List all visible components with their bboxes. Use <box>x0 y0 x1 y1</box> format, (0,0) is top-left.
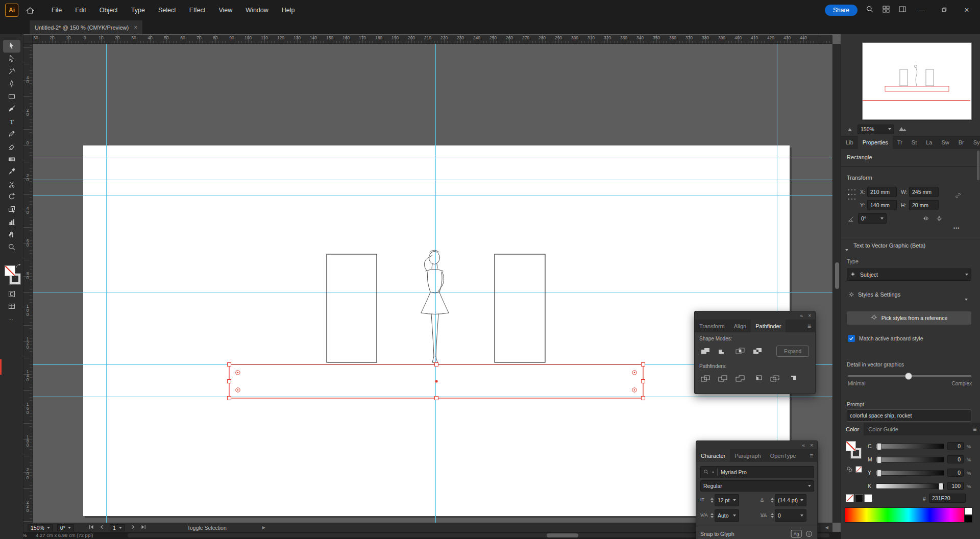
w-input[interactable]: 245 mm <box>909 187 939 197</box>
status-collapse-icon[interactable]: ◀ <box>825 525 828 530</box>
close-icon[interactable]: × <box>808 313 811 318</box>
h-input[interactable]: 20 mm <box>909 200 939 210</box>
channel-value-input[interactable]: 100 <box>947 482 964 490</box>
menu-object[interactable]: Object <box>93 0 125 20</box>
tab-opentype[interactable]: OpenType <box>766 449 801 462</box>
swatch-none[interactable] <box>846 494 854 502</box>
pen-tool[interactable] <box>3 78 20 90</box>
first-artboard-button[interactable] <box>88 524 94 531</box>
channel-value-input[interactable]: 0 <box>947 442 964 450</box>
menu-help[interactable]: Help <box>275 0 302 20</box>
zoom-out-icon[interactable] <box>847 125 853 134</box>
close-icon[interactable]: × <box>810 443 813 448</box>
outline-icon[interactable] <box>768 373 782 384</box>
tab-transform[interactable]: Transform <box>695 320 729 332</box>
collapse-icon[interactable]: « <box>800 313 803 318</box>
tab-properties[interactable]: Properties <box>858 136 893 149</box>
navigator-thumbnail[interactable] <box>862 42 972 120</box>
tab-tr[interactable]: Tr <box>893 136 907 149</box>
color-mode-icon[interactable] <box>846 465 853 475</box>
horizontal-ruler[interactable]: 3020100102030405060708090100110120130140… <box>23 35 832 44</box>
channel-slider-thumb[interactable] <box>877 470 881 477</box>
selection-tool[interactable] <box>3 40 20 53</box>
exclude-icon[interactable] <box>750 345 765 356</box>
menu-type[interactable]: Type <box>125 0 152 20</box>
artboard-grid-icon[interactable] <box>8 302 16 312</box>
eraser-tool[interactable] <box>3 140 20 153</box>
swatch-white[interactable] <box>864 494 872 502</box>
collapse-icon[interactable]: « <box>802 443 805 448</box>
eyedropper-tool[interactable] <box>3 165 20 178</box>
status-expand-icon[interactable]: ▶ <box>262 525 265 530</box>
panel-menu-icon[interactable]: ≡ <box>969 423 980 435</box>
vertical-ruler[interactable]: 4020020406080100120140160180200220 <box>23 44 33 523</box>
direct-selection-tool[interactable] <box>3 53 20 65</box>
panel-menu-icon[interactable]: ≡ <box>803 320 815 332</box>
channel-slider-thumb[interactable] <box>877 456 881 463</box>
tab-color[interactable]: Color <box>841 423 864 435</box>
menu-window[interactable]: Window <box>239 0 275 20</box>
match-artboard-checkbox[interactable] <box>848 335 855 342</box>
navigator-zoom-select[interactable]: 150% <box>857 125 894 134</box>
edit-toolbar-icon[interactable]: … <box>8 315 14 321</box>
tab-la[interactable]: La <box>921 136 937 149</box>
channel-slider[interactable] <box>876 457 944 462</box>
channel-slider[interactable] <box>876 483 944 489</box>
channel-slider-thumb[interactable] <box>939 483 943 490</box>
prompt-input[interactable]: colorful space ship, rocket <box>847 409 971 422</box>
channel-value-input[interactable]: 0 <box>947 469 964 477</box>
minus-back-icon[interactable] <box>785 373 799 384</box>
channel-slider[interactable] <box>876 470 944 476</box>
channel-slider-thumb[interactable] <box>877 443 881 450</box>
center-anchor[interactable] <box>435 380 437 382</box>
paintbrush-tool[interactable] <box>3 103 20 115</box>
vertical-scrollbar[interactable] <box>832 44 841 523</box>
artboard-number-select[interactable]: 1 <box>110 524 125 531</box>
restore-icon[interactable] <box>937 6 951 14</box>
ruler-origin-corner[interactable] <box>23 35 33 44</box>
zoom-tool[interactable] <box>3 241 20 254</box>
t2v-type-select[interactable]: Subject <box>847 268 971 281</box>
shape-builder-tool[interactable] <box>3 203 20 216</box>
tab-st[interactable]: St <box>907 136 921 149</box>
section-expand-icon[interactable] <box>845 249 848 251</box>
x-input[interactable]: 210 mm <box>867 187 897 197</box>
menu-select[interactable]: Select <box>152 0 183 20</box>
menu-edit[interactable]: Edit <box>68 0 93 20</box>
intersect-icon[interactable] <box>733 345 747 356</box>
constrain-proportions-icon[interactable] <box>954 192 962 201</box>
hand-tool[interactable] <box>3 228 20 241</box>
type-tool[interactable]: T <box>3 115 20 128</box>
chevron-down-icon[interactable] <box>965 299 968 301</box>
tab-paragraph[interactable]: Paragraph <box>730 449 765 462</box>
spectrum-white-swatch[interactable] <box>964 507 972 515</box>
tab-sw[interactable]: Sw <box>937 136 953 149</box>
divide-icon[interactable] <box>698 373 713 384</box>
drawing-modes-icon[interactable] <box>8 290 16 300</box>
home-icon[interactable] <box>26 6 35 15</box>
panel-menu-icon[interactable]: ≡ <box>805 449 817 462</box>
pick-styles-button[interactable]: Pick styles from a reference <box>847 311 971 325</box>
next-artboard-button[interactable] <box>130 524 136 531</box>
font-family-select[interactable]: Myriad Pro <box>700 466 814 478</box>
trim-icon[interactable] <box>716 373 730 384</box>
document-tab[interactable]: Untitled-2* @ 150 % (CMYK/Preview) × <box>30 20 142 34</box>
rotation-select[interactable]: 0° <box>57 524 74 531</box>
more-options-icon[interactable]: ••• <box>953 226 960 231</box>
minus-front-icon[interactable] <box>716 345 730 356</box>
tab-character[interactable]: Character <box>696 449 730 462</box>
merge-icon[interactable] <box>733 373 747 384</box>
horizontal-scroll-thumb[interactable] <box>547 533 578 537</box>
fill-color-swatch[interactable] <box>5 265 15 276</box>
font-style-select[interactable]: Regular <box>700 480 814 492</box>
font-size-stepper[interactable]: 12 pt <box>709 494 739 506</box>
expand-button[interactable]: Expand <box>776 346 809 357</box>
menu-view[interactable]: View <box>212 0 239 20</box>
workspace-icon[interactable] <box>882 5 890 15</box>
tab-align[interactable]: Align <box>729 320 751 332</box>
tab-color-guide[interactable]: Color Guide <box>864 423 903 435</box>
flip-horizontal-icon[interactable] <box>922 215 929 224</box>
t2v-section-title[interactable]: Text to Vector Graphic (Beta) <box>853 242 925 249</box>
detail-slider-thumb[interactable] <box>905 373 912 380</box>
last-artboard-button[interactable] <box>141 524 146 531</box>
